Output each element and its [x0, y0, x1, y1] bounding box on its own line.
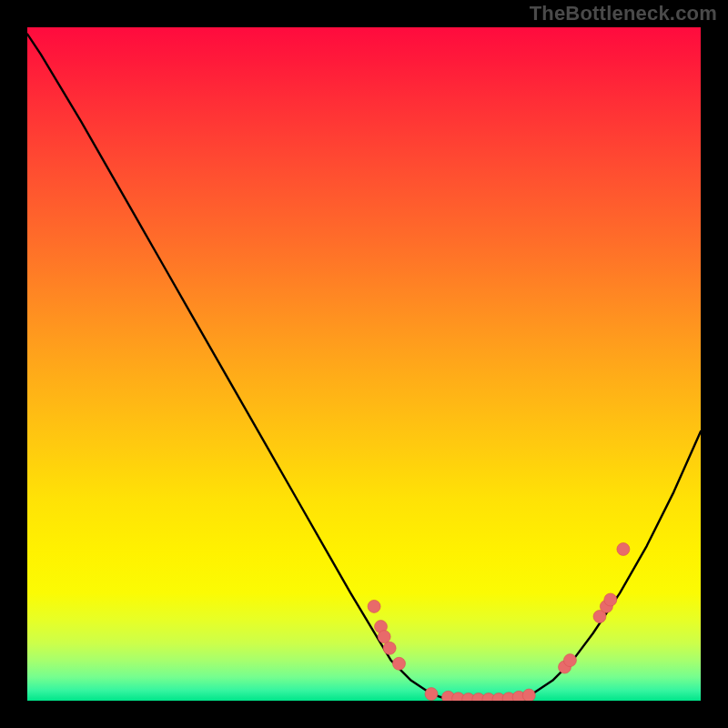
bottleneck-curve	[27, 34, 701, 701]
data-point	[522, 689, 535, 701]
plot-area	[27, 27, 701, 701]
data-point	[604, 593, 617, 606]
data-point	[378, 631, 390, 643]
data-point	[392, 657, 405, 670]
watermark-text: TheBottleneck.com	[530, 2, 717, 25]
data-point	[563, 654, 576, 667]
data-point	[617, 543, 630, 556]
data-point	[368, 600, 380, 612]
data-point	[425, 688, 438, 701]
chart-svg	[27, 27, 701, 701]
chart-container: TheBottleneck.com	[0, 0, 728, 728]
data-point	[383, 642, 396, 654]
